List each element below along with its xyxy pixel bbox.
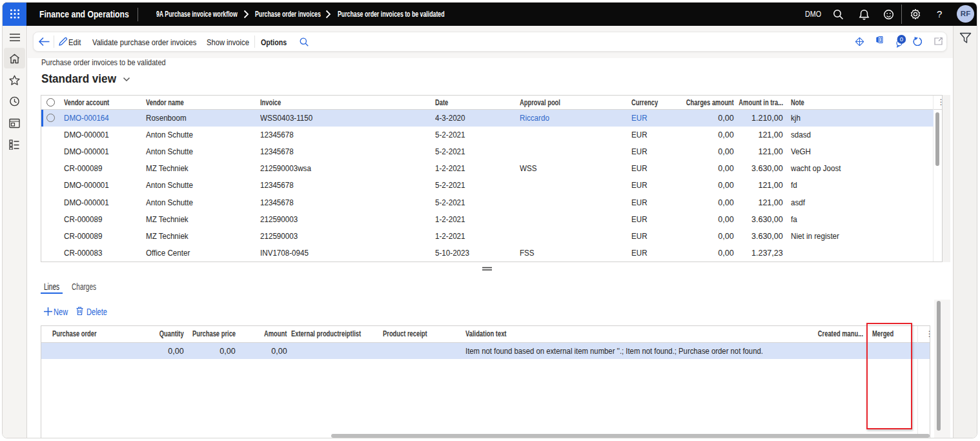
- svg-text:0: 0: [900, 36, 903, 43]
